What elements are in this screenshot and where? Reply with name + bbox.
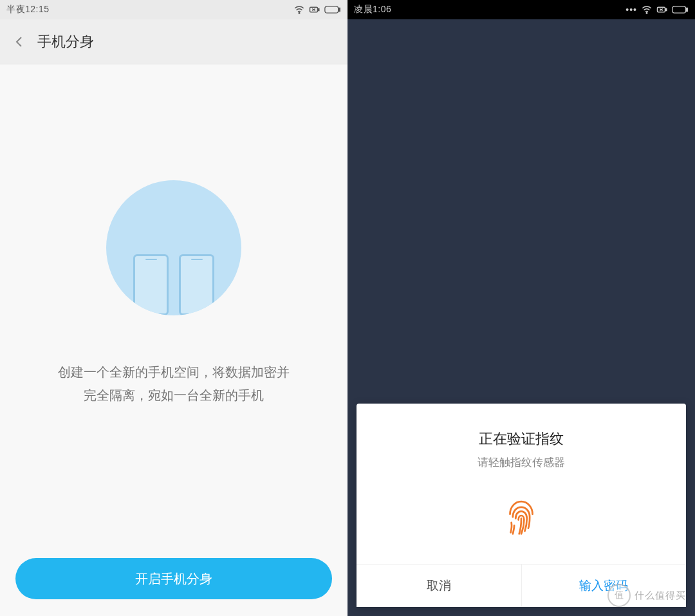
phone-icon [133, 254, 169, 315]
description-text: 创建一个全新的手机空间，将数据加密并 完全隔离，宛如一台全新的手机 [0, 360, 348, 407]
battery-icon [324, 4, 341, 15]
watermark: 值 什么值得买 [607, 584, 686, 607]
fingerprint-dialog-body: 正在验证指纹 请轻触指纹传感器 [357, 404, 686, 564]
battery-x-icon [309, 4, 320, 15]
status-bar-left: 半夜12:15 [0, 0, 348, 19]
status-time-left: 半夜12:15 [6, 4, 50, 15]
status-bar-right: 凌晨1:06 ••• [348, 0, 695, 19]
status-icons-left [293, 4, 341, 15]
fingerprint-title: 正在验证指纹 [369, 429, 673, 449]
watermark-badge: 值 [607, 584, 631, 607]
svg-point-5 [646, 13, 647, 14]
fingerprint-subtitle: 请轻触指纹传感器 [369, 455, 673, 470]
page-title: 手机分身 [37, 32, 94, 51]
cancel-button[interactable]: 取消 [357, 565, 522, 607]
fingerprint-dialog: 正在验证指纹 请轻触指纹传感器 取消 输入密码 [357, 404, 686, 607]
description-line-1: 创建一个全新的手机空间，将数据加密并 [19, 360, 328, 384]
battery-x-icon [656, 4, 668, 15]
svg-point-0 [299, 13, 300, 14]
battery-icon [672, 4, 689, 15]
more-icon: ••• [626, 5, 637, 15]
watermark-text: 什么值得买 [635, 590, 686, 602]
wifi-icon [293, 4, 305, 15]
svg-rect-3 [325, 6, 338, 13]
left-screen: 半夜12:15 手机分身 创建一个全新的手机空间，将数据加密并 完全隔离，宛如一… [0, 0, 348, 616]
svg-rect-8 [672, 6, 686, 13]
svg-rect-2 [318, 9, 319, 11]
wifi-icon [641, 4, 653, 15]
left-content: 创建一个全新的手机空间，将数据加密并 完全隔离，宛如一台全新的手机 开启手机分身 [0, 64, 348, 616]
svg-rect-9 [687, 8, 688, 11]
svg-rect-4 [339, 8, 340, 11]
status-icons-right: ••• [626, 4, 689, 15]
svg-rect-7 [665, 9, 667, 11]
fingerprint-icon [499, 493, 544, 538]
phone-icon [179, 254, 214, 315]
right-screen: 凌晨1:06 ••• 正在验证指纹 请轻触指纹传感器 取消 输入密码 [348, 0, 695, 616]
enable-second-space-button[interactable]: 开启手机分身 [15, 558, 332, 599]
phones-illustration [106, 180, 241, 315]
back-icon[interactable] [12, 34, 27, 50]
description-line-2: 完全隔离，宛如一台全新的手机 [19, 384, 328, 407]
title-bar: 手机分身 [0, 19, 348, 64]
status-time-right: 凌晨1:06 [354, 4, 391, 15]
